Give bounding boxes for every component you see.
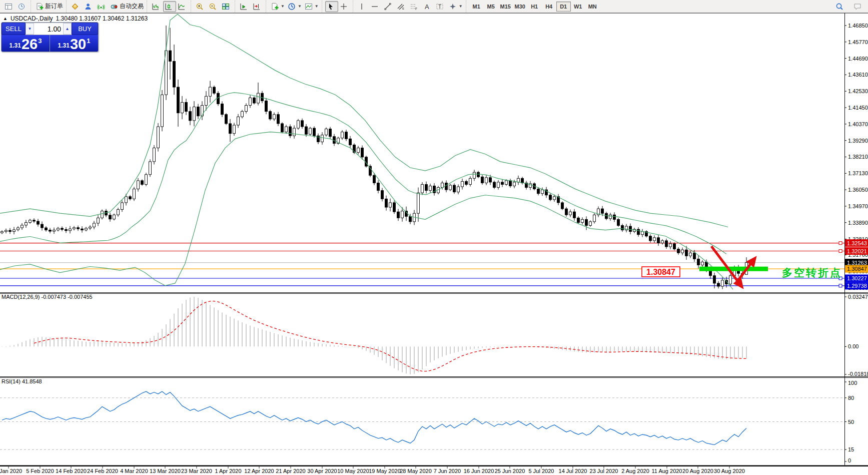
sell-price-box[interactable]: 1.31 26 3	[2, 35, 50, 52]
date-label: 30 Apr 2020	[307, 468, 337, 474]
toolbar-button-period-clock[interactable]: ▼	[286, 1, 303, 12]
toolbar-button-text[interactable]: A	[421, 1, 434, 12]
timeframe-button-w1[interactable]: W1	[571, 2, 585, 12]
symbol-title: USDCAD-,Daily	[11, 15, 53, 22]
toolbar-button-autotrading[interactable]: 自动交易	[109, 1, 145, 12]
macd-label: MACD(12,26,9) -0.007473 -0.007455	[2, 294, 93, 300]
timeframe-button-mn[interactable]: MN	[585, 2, 600, 12]
toolbar-button-auto-scroll[interactable]	[238, 1, 251, 12]
toolbar-button-line-chart[interactable]	[176, 1, 189, 12]
toolbar-button-workspace[interactable]	[3, 1, 16, 12]
svg-text:T: T	[438, 4, 441, 10]
date-label: 7 Jan 2020	[0, 468, 22, 474]
timeframe-button-d1[interactable]: D1	[556, 2, 571, 12]
chevron-down-icon: ▼	[459, 4, 463, 9]
search-icon	[835, 3, 843, 11]
timeframe-button-m5[interactable]: M5	[484, 2, 498, 12]
chat-icon	[853, 3, 861, 11]
toolbar-button-signals[interactable]	[96, 1, 109, 12]
svg-text:1.41450: 1.41450	[848, 105, 868, 111]
chart-shift-icon	[253, 3, 261, 11]
date-label: 4 Mar 2020	[120, 468, 148, 474]
sell-price-big: 26	[22, 38, 38, 51]
toolbar-button-history-center[interactable]	[16, 1, 29, 12]
sell-price-pip: 3	[38, 37, 42, 45]
buy-button[interactable]: BUY	[72, 23, 98, 35]
toolbar-button-fibonacci[interactable]: F	[408, 1, 421, 12]
date-label: 11 Aug 2020	[652, 468, 682, 474]
toolbar-button-new-chart[interactable]: ▼	[269, 1, 286, 12]
timeframe-button-h1[interactable]: H1	[527, 2, 542, 12]
rsi-label: RSI(14) 41.8548	[2, 378, 42, 384]
cursor-icon	[327, 3, 335, 11]
sell-button[interactable]: SELL	[2, 23, 26, 35]
price-badge-text: 1.32543	[847, 240, 867, 246]
community-icon	[84, 3, 92, 11]
toolbar-button-market[interactable]	[70, 1, 83, 12]
price-badge-text: 1.30227	[847, 275, 867, 281]
toolbar-button-chart-shift[interactable]	[251, 1, 264, 12]
market-icon	[71, 3, 79, 11]
new-chart-icon	[271, 3, 279, 11]
toolbar-button-zoom-out[interactable]	[207, 1, 220, 12]
toolbar-button-zoom-in[interactable]	[194, 1, 207, 12]
buy-price-box[interactable]: 1.31 30 1	[50, 35, 98, 52]
volume-increase-button[interactable]: ▲	[63, 23, 72, 35]
toolbar-group-chart-type	[147, 1, 191, 13]
toolbar-group-timeframes: M1M5M15M30H1H4D1W1MN	[466, 1, 601, 13]
volume-decrease-button[interactable]: ▼	[26, 23, 34, 35]
autotrading-icon	[110, 3, 118, 11]
toolbar-button-community[interactable]	[83, 1, 96, 12]
date-label: 1 Apr 2020	[215, 468, 241, 474]
toolbar-button-crosshair[interactable]	[338, 1, 351, 12]
level-end-marker	[839, 284, 842, 287]
support-highlight-bar	[699, 267, 768, 271]
svg-text:1.40370: 1.40370	[848, 121, 868, 127]
svg-text:50: 50	[848, 419, 854, 425]
svg-text:0.00: 0.00	[848, 343, 858, 349]
candle-chart-icon	[165, 3, 173, 11]
toolbar-button-horizontal-line[interactable]	[369, 1, 382, 12]
svg-text:0: 0	[848, 457, 851, 463]
history-center-icon	[18, 3, 26, 11]
svg-text:1.39290: 1.39290	[848, 138, 868, 144]
date-label: 5 Feb 2020	[26, 468, 54, 474]
toolbar-button-chat[interactable]	[852, 1, 865, 12]
volume-input[interactable]: 1.00	[34, 23, 63, 35]
toolbar-button-equidistant-channel[interactable]: E	[395, 1, 408, 12]
timeframe-button-m1[interactable]: M1	[469, 2, 484, 12]
time-axis: 7 Jan 20205 Feb 202014 Feb 202024 Feb 20…	[0, 466, 745, 474]
toolbar-button-candle-chart[interactable]	[163, 1, 176, 12]
svg-text:F: F	[415, 7, 417, 11]
date-label: 10 May 2020	[337, 468, 369, 474]
crosshair-icon	[340, 3, 348, 11]
toolbar-button-vertical-line[interactable]	[356, 1, 369, 12]
svg-text:E: E	[402, 7, 404, 10]
toolbar-button-trendline[interactable]	[382, 1, 395, 12]
toolbar-button-search[interactable]	[834, 1, 847, 12]
toolbar-button-arrows[interactable]: ▼	[447, 1, 464, 12]
toolbar-group-zoom	[191, 1, 235, 13]
toolbar-button-text-label[interactable]: T	[434, 1, 447, 12]
timeframe-button-m15[interactable]: M15	[498, 2, 513, 12]
toolbar-button-indicator-list[interactable]: ▼	[303, 1, 320, 12]
volume-control: ▼ 1.00 ▲	[26, 23, 72, 35]
collapse-icon[interactable]: ▲	[3, 16, 8, 21]
svg-text:A: A	[425, 3, 429, 11]
level-end-marker	[839, 250, 842, 253]
timeframe-button-m30[interactable]: M30	[513, 2, 527, 12]
toolbar-button-label: 自动交易	[120, 2, 144, 11]
price-badge-text: 1.31263	[847, 260, 867, 266]
date-label: 2 Aug 2020	[621, 468, 649, 474]
symbol-bar: ▲ USDCAD-,Daily 1.30480 1.31607 1.30462 …	[3, 15, 148, 22]
toolbar-button-cursor[interactable]	[325, 1, 338, 12]
toolbar-button-new-order[interactable]: 新订单	[34, 1, 65, 12]
chart-canvas[interactable]: 1.468501.457701.446901.436101.425301.414…	[0, 0, 868, 475]
toolbar-button-bar-chart[interactable]	[150, 1, 163, 12]
timeframe-button-h4[interactable]: H4	[542, 2, 556, 12]
date-label: 5 Jul 2020	[529, 468, 554, 474]
svg-text:1.45770: 1.45770	[848, 39, 868, 45]
toolbar-right-icons	[834, 1, 865, 13]
toolbar-button-tile-windows[interactable]	[220, 1, 233, 12]
date-label: 14 Jul 2020	[559, 468, 587, 474]
